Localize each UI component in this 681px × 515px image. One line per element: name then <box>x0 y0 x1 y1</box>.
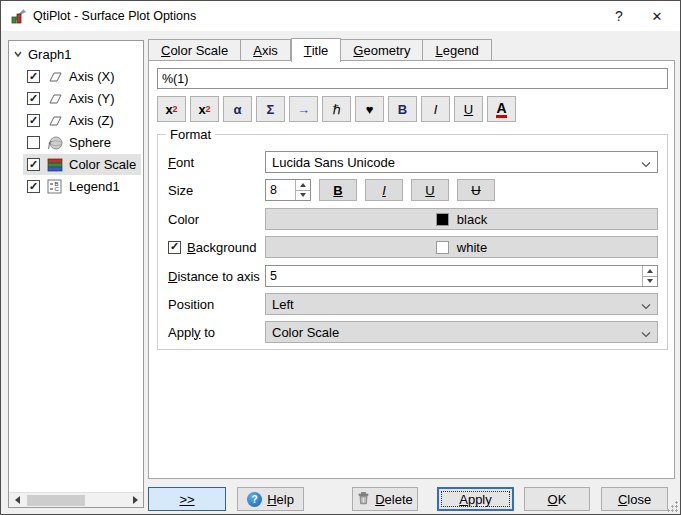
color-name: black <box>457 212 487 227</box>
underline-button[interactable]: U <box>454 96 483 122</box>
apply-to-row: Apply to Color Scale <box>168 321 658 343</box>
size-row: Size 8 B I U U <box>168 179 658 201</box>
bold-button[interactable]: B <box>388 96 417 122</box>
tab-axis[interactable]: Axis <box>241 39 291 61</box>
scrollbar-track[interactable] <box>25 493 127 508</box>
expander-down-icon[interactable] <box>13 47 23 62</box>
spin-up-icon[interactable] <box>296 180 310 190</box>
checkbox[interactable]: ✓ <box>27 92 40 105</box>
color-label: Color <box>168 212 265 227</box>
size-spinner[interactable]: 8 <box>265 179 311 201</box>
tree-item-legend1[interactable]: ✓ B C Legend1 <box>23 176 141 197</box>
text-color-picker-button[interactable]: black <box>265 208 658 230</box>
scroll-right-icon[interactable] <box>127 493 143 508</box>
axis-plane-icon <box>46 69 63 85</box>
title-tab-page: x2 x2 α Σ → ℏ ♥ B I U A Format Font Luci… <box>148 60 675 479</box>
svg-text:C: C <box>55 186 60 192</box>
format-group-label: Format <box>166 127 215 142</box>
titlebar-help-button[interactable]: ? <box>600 1 638 31</box>
distance-value: 5 <box>266 266 642 286</box>
tree-item-label: Axis (Y) <box>69 91 115 106</box>
spin-down-icon[interactable] <box>643 276 657 287</box>
chevron-down-icon <box>641 160 650 169</box>
strikeout-toggle-button[interactable]: U <box>457 179 495 201</box>
background-color-picker-button[interactable]: white <box>265 236 658 258</box>
tree-item-axis-x[interactable]: ✓ Axis (X) <box>23 66 141 87</box>
apply-to-label: Apply to <box>168 325 265 340</box>
underline-toggle-button[interactable]: U <box>411 179 449 201</box>
checkbox[interactable]: ✓ <box>27 180 40 193</box>
delete-button[interactable]: Delete <box>352 487 418 511</box>
greek-lowercase-button[interactable]: α <box>223 96 252 122</box>
math-symbols-button[interactable]: ℏ <box>322 96 351 122</box>
titlebar[interactable]: QtiPlot - Surface Plot Options ? ✕ <box>1 1 680 31</box>
background-row: ✓ Background white <box>168 236 658 258</box>
tab-color-scale[interactable]: Color Scale <box>148 39 241 61</box>
position-select-value: Left <box>272 297 294 312</box>
trash-icon <box>357 491 370 508</box>
legend-icon: B C <box>46 179 63 195</box>
tree-item-label: Legend1 <box>69 179 120 194</box>
color-scale-icon <box>46 157 63 173</box>
background-checkbox[interactable]: ✓ <box>168 241 181 254</box>
tree-item-sphere[interactable]: ✓ f Sphere <box>23 132 141 153</box>
size-value: 8 <box>266 180 295 200</box>
position-select[interactable]: Left <box>265 293 658 315</box>
size-label: Size <box>168 183 265 198</box>
ok-button[interactable]: OK <box>524 487 590 511</box>
italic-button[interactable]: I <box>421 96 450 122</box>
apply-to-select[interactable]: Color Scale <box>265 321 658 343</box>
scroll-left-icon[interactable] <box>9 493 25 508</box>
italic-toggle-button[interactable]: I <box>365 179 403 201</box>
tree-item-label: Sphere <box>69 135 111 150</box>
qtiplot-app-icon <box>10 8 27 25</box>
tree-item-axis-y[interactable]: ✓ Axis (Y) <box>23 88 141 109</box>
tree-item-color-scale[interactable]: ✓ Color Scale <box>23 154 141 175</box>
tree-item-label: Axis (X) <box>69 69 115 84</box>
tree-horizontal-scrollbar[interactable] <box>9 492 143 507</box>
checkbox[interactable]: ✓ <box>27 114 40 127</box>
check-icon: ✓ <box>29 181 38 192</box>
greek-uppercase-button[interactable]: Σ <box>256 96 285 122</box>
checkbox[interactable]: ✓ <box>27 70 40 83</box>
tree-root-graph1[interactable]: Graph1 <box>13 44 71 64</box>
arrow-symbols-button[interactable]: → <box>289 96 318 122</box>
tab-geometry[interactable]: Geometry <box>341 39 423 61</box>
advanced-options-button[interactable]: >> <box>148 487 226 511</box>
title-text-input[interactable] <box>157 68 668 89</box>
help-icon: ? <box>247 492 262 507</box>
help-button[interactable]: ? Help <box>237 487 304 511</box>
chevron-down-icon <box>641 330 650 339</box>
background-label: Background <box>187 240 256 255</box>
subscript-button[interactable]: x2 <box>157 96 186 122</box>
tab-title[interactable]: Title <box>291 38 342 62</box>
color-swatch <box>436 213 449 226</box>
font-row: Font Lucida Sans Unicode <box>168 151 658 173</box>
distance-label: Distance to axis <box>168 269 265 284</box>
close-button[interactable]: Close <box>601 487 668 511</box>
bold-toggle-button[interactable]: B <box>319 179 357 201</box>
color-row: Color black <box>168 208 658 230</box>
font-select[interactable]: Lucida Sans Unicode <box>265 151 658 173</box>
tree-item-label: Color Scale <box>69 157 136 172</box>
resize-grip[interactable] <box>667 501 678 512</box>
special-symbols-button[interactable]: ♥ <box>355 96 384 122</box>
checkbox[interactable]: ✓ <box>27 136 40 149</box>
check-icon: ✓ <box>29 93 38 104</box>
distance-spinner[interactable]: 5 <box>265 265 658 287</box>
titlebar-close-button[interactable]: ✕ <box>638 1 676 31</box>
checkbox[interactable]: ✓ <box>27 158 40 171</box>
scrollbar-thumb[interactable] <box>27 495 85 506</box>
spin-up-icon[interactable] <box>643 266 657 276</box>
axis-plane-icon <box>46 113 63 129</box>
tab-legend[interactable]: Legend <box>423 39 491 61</box>
position-row: Position Left <box>168 293 658 315</box>
text-color-button[interactable]: A <box>487 96 516 122</box>
dialog-button-row: >> ? Help Delete Apply OK Close <box>148 487 678 511</box>
graph-object-tree[interactable]: Graph1 ✓ Axis (X) ✓ Axis (Y) ✓ Axis (Z) … <box>8 40 144 508</box>
font-select-value: Lucida Sans Unicode <box>272 155 395 170</box>
apply-button[interactable]: Apply <box>437 487 514 511</box>
tree-item-axis-z[interactable]: ✓ Axis (Z) <box>23 110 141 131</box>
spin-down-icon[interactable] <box>296 190 310 201</box>
superscript-button[interactable]: x2 <box>190 96 219 122</box>
